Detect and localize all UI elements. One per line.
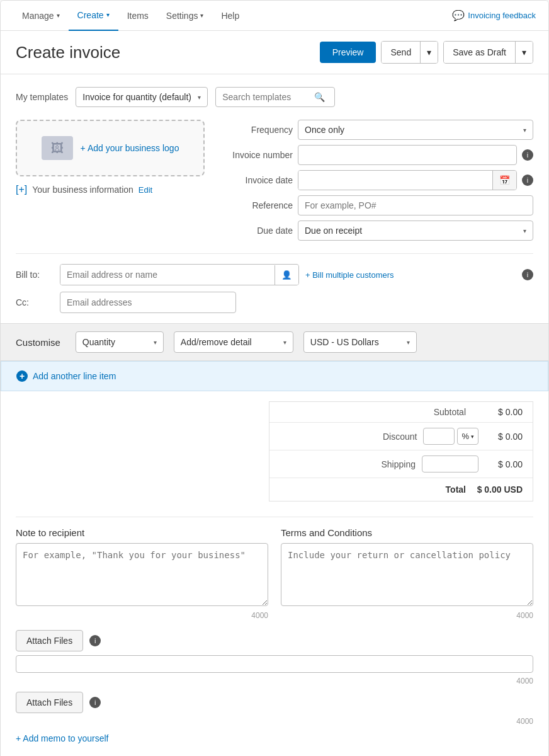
discount-input-group: 0 % ▾ — [423, 428, 478, 445]
totals-table: Subtotal $ 0.00 Discount 0 % ▾ $ 0.00 — [269, 401, 533, 501]
nav-item-manage[interactable]: Manage ▾ — [13, 2, 69, 30]
due-date-label: Due date — [224, 226, 293, 236]
invoice-date-info-icon[interactable]: i — [522, 175, 533, 186]
bill-to-input-wrap: 👤 — [60, 264, 299, 285]
shipping-row: Shipping $ 0.00 — [269, 450, 533, 478]
attach-section: Attach Files i 4000 Attach Files i 4000 — [16, 630, 533, 726]
nav-item-create[interactable]: Create ▾ — [69, 1, 118, 31]
frequency-select[interactable]: Once only ▾ — [298, 120, 533, 140]
plus-circle-icon: + — [16, 370, 28, 382]
frequency-row: Frequency Once only ▾ — [224, 120, 533, 140]
bill-to-input[interactable] — [60, 265, 274, 285]
top-nav: Manage ▾ Create ▾ Items Settings ▾ Help … — [1, 1, 548, 31]
attach-input-area-1 — [16, 655, 533, 673]
quantity-select[interactable]: Quantity ▾ — [76, 331, 164, 353]
quantity-chevron-icon: ▾ — [154, 339, 157, 346]
save-draft-button[interactable]: Save as Draft — [444, 42, 516, 63]
search-templates-input[interactable] — [222, 92, 310, 102]
attach-info-icon-1[interactable]: i — [89, 635, 101, 646]
add-memo-btn[interactable]: + Add memo to yourself — [16, 733, 533, 743]
add-remove-detail-select[interactable]: Add/remove detail ▾ — [174, 331, 293, 353]
bill-to-label: Bill to: — [16, 270, 54, 280]
attach-row-1: Attach Files i — [16, 630, 533, 651]
attach-files-button-2[interactable]: Attach Files — [16, 692, 83, 713]
search-templates: 🔍 — [215, 87, 335, 107]
template-select[interactable]: Invoice for quantity (default) ▾ — [76, 87, 208, 107]
discount-chevron-icon: ▾ — [471, 433, 474, 440]
due-date-select[interactable]: Due on receipt ▾ — [298, 220, 533, 241]
add-line-item-btn[interactable]: + Add another line item — [1, 362, 548, 391]
biz-form-section: 🖼 + Add your business logo [+] Your busi… — [16, 120, 533, 241]
notes-terms-section: Note to recipient 4000 Terms and Conditi… — [16, 517, 533, 620]
calendar-icon-button[interactable]: 📅 — [492, 171, 516, 190]
discount-type-select[interactable]: % ▾ — [457, 428, 478, 445]
invoicing-feedback[interactable]: 💬 Invoicing feedback — [452, 9, 536, 21]
biz-info-label: Your business information — [32, 185, 133, 195]
terms-textarea[interactable] — [281, 543, 533, 606]
attach-row-2: Attach Files i — [16, 692, 533, 713]
totals-section: Subtotal $ 0.00 Discount 0 % ▾ $ 0.00 — [16, 391, 533, 512]
invoice-number-input[interactable]: 0001 — [298, 145, 517, 165]
subtotal-value: $ 0.00 — [472, 407, 523, 417]
nav-item-settings[interactable]: Settings ▾ — [157, 2, 213, 30]
add-remove-chevron-icon: ▾ — [283, 339, 286, 346]
send-button[interactable]: Send — [382, 42, 421, 63]
invoice-date-input-wrap: 25/01/2021 📅 — [298, 170, 517, 190]
attach-info-icon-2[interactable]: i — [89, 697, 101, 708]
cc-row: Cc: — [16, 292, 533, 313]
discount-number-input[interactable]: 0 — [423, 428, 455, 445]
preview-button[interactable]: Preview — [320, 42, 376, 63]
currency-chevron-icon: ▾ — [407, 339, 410, 346]
total-label: Total — [280, 484, 466, 495]
send-dropdown-button[interactable]: ▾ — [421, 42, 438, 63]
discount-value: $ 0.00 — [485, 432, 523, 442]
bill-to-row: Bill to: 👤 + Bill multiple customers i — [16, 264, 533, 285]
invoice-number-info-icon[interactable]: i — [522, 149, 533, 161]
address-book-icon-button[interactable]: 👤 — [274, 265, 298, 285]
biz-info-row: [+] Your business information Edit — [16, 184, 205, 195]
header-actions: Preview Send ▾ Save as Draft ▾ — [320, 41, 533, 64]
currency-select[interactable]: USD - US Dollars ▾ — [303, 331, 417, 353]
reference-input[interactable] — [298, 195, 533, 215]
bill-section: Bill to: 👤 + Bill multiple customers i C… — [16, 253, 533, 313]
page-header: Create invoice Preview Send ▾ Save as Dr… — [1, 31, 548, 74]
shipping-input[interactable] — [422, 455, 478, 472]
total-row: Total $ 0.00 USD — [269, 478, 533, 501]
bill-info-icon[interactable]: i — [522, 269, 533, 280]
reference-row: Reference — [224, 195, 533, 215]
attach-char-count-1: 4000 — [16, 677, 533, 685]
left-panel: 🖼 + Add your business logo [+] Your busi… — [16, 120, 205, 195]
search-icon: 🔍 — [314, 92, 325, 102]
add-logo-label: + Add your business logo — [81, 143, 179, 153]
cc-label: Cc: — [16, 297, 54, 307]
frequency-chevron-icon: ▾ — [523, 127, 526, 134]
logo-placeholder-icon: 🖼 — [42, 136, 73, 160]
biz-info-edit-link[interactable]: Edit — [139, 185, 152, 195]
note-label: Note to recipient — [16, 527, 268, 538]
invoice-date-input[interactable]: 25/01/2021 — [298, 171, 492, 190]
attach-files-button-1[interactable]: Attach Files — [16, 630, 83, 651]
draft-button-group: Save as Draft ▾ — [443, 41, 533, 64]
line-items-area: + Add another line item — [1, 361, 548, 391]
shipping-value: $ 0.00 — [485, 459, 523, 469]
invoice-date-label: Invoice date — [224, 175, 293, 185]
templates-row: My templates Invoice for quantity (defau… — [16, 87, 533, 107]
subtotal-row: Subtotal $ 0.00 — [269, 402, 533, 423]
subtotal-label: Subtotal — [280, 407, 466, 417]
bill-multiple-link[interactable]: + Bill multiple customers — [305, 270, 394, 280]
shipping-label: Shipping — [280, 459, 416, 469]
right-form: Frequency Once only ▾ Invoice number 000… — [224, 120, 533, 241]
send-button-group: Send ▾ — [381, 41, 438, 64]
notes-col: Note to recipient 4000 — [16, 527, 268, 620]
attach-char-count-2: 4000 — [16, 717, 533, 726]
nav-item-items[interactable]: Items — [118, 2, 157, 30]
customise-label: Customise — [16, 337, 60, 348]
note-textarea[interactable] — [16, 543, 268, 606]
logo-upload-area[interactable]: 🖼 + Add your business logo — [16, 120, 205, 176]
draft-dropdown-button[interactable]: ▾ — [516, 42, 533, 63]
nav-item-help[interactable]: Help — [212, 2, 248, 30]
frequency-label: Frequency — [224, 125, 293, 135]
cc-input[interactable] — [60, 292, 236, 313]
reference-label: Reference — [224, 200, 293, 210]
main-content: My templates Invoice for quantity (defau… — [1, 74, 548, 756]
